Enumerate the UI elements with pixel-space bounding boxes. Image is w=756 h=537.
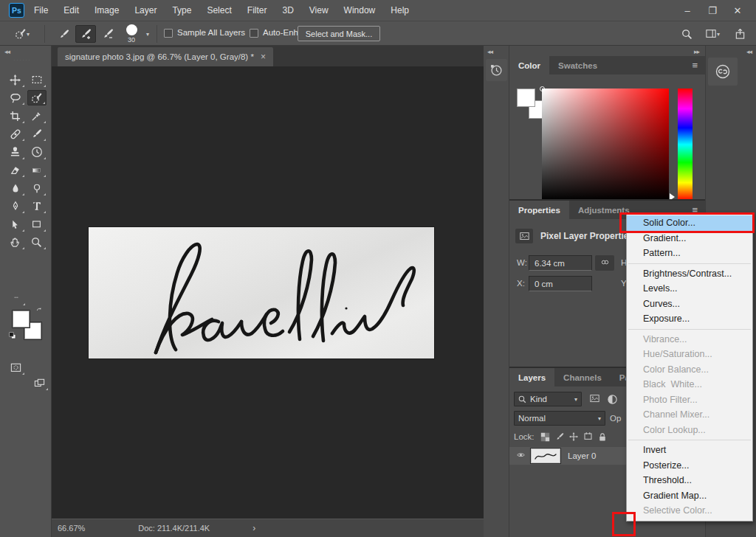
crop-tool[interactable] <box>6 108 25 124</box>
document-tab[interactable]: signature photo 3.jpg @ 66.7% (Layer 0, … <box>58 47 273 66</box>
select-and-mask-button[interactable]: Select and Mask... <box>298 26 380 41</box>
lasso-tool[interactable] <box>6 90 25 105</box>
menu-bar-item[interactable]: Select <box>207 5 231 15</box>
rectangular-marquee-tool[interactable] <box>27 72 47 88</box>
swap-colors-icon[interactable] <box>35 307 44 314</box>
tab-layers[interactable]: Layers <box>509 368 554 387</box>
minimize-button[interactable]: – <box>675 0 700 21</box>
foreground-color-swatch[interactable] <box>12 310 30 328</box>
subtract-from-selection-button[interactable] <box>97 25 118 43</box>
expand-panel-icon[interactable]: ▸▸ <box>694 48 699 55</box>
auto-enhance-checkbox[interactable] <box>250 29 258 38</box>
menu-bar-item[interactable]: Image <box>94 5 119 15</box>
collapse-panel-icon[interactable]: ◂◂ <box>487 48 492 55</box>
tab-properties[interactable]: Properties <box>509 201 569 219</box>
eraser-tool[interactable] <box>6 162 25 178</box>
clone-stamp-tool[interactable] <box>6 145 25 160</box>
creative-cloud-icon[interactable] <box>708 58 738 86</box>
panel-grip[interactable]: ······ <box>13 56 31 63</box>
lock-pixels-icon[interactable] <box>555 432 564 441</box>
rectangle-tool[interactable] <box>27 217 47 232</box>
gradient-tool[interactable] <box>27 162 47 178</box>
tab-channels[interactable]: Channels <box>554 368 611 387</box>
history-panel-icon[interactable] <box>486 59 507 81</box>
add-to-selection-button[interactable] <box>75 25 96 43</box>
eyedropper-tool[interactable] <box>27 108 47 124</box>
move-tool[interactable] <box>6 72 25 88</box>
screen-mode-button[interactable] <box>30 375 49 391</box>
filter-pixel-layers-icon[interactable] <box>589 394 600 403</box>
menu-bar-item[interactable]: 3D <box>282 5 293 15</box>
hand-tool[interactable] <box>6 235 25 250</box>
zoom-level[interactable]: 66.67% <box>58 524 85 533</box>
x-field[interactable]: 0 cm <box>529 276 592 291</box>
type-tool[interactable] <box>27 198 47 214</box>
filter-kind-dropdown[interactable]: Kind ▾ <box>514 392 582 406</box>
color-picker-marker[interactable] <box>540 86 545 91</box>
lock-transparency-icon[interactable] <box>540 432 550 442</box>
search-icon[interactable] <box>678 25 695 43</box>
tab-color[interactable]: Color <box>509 56 549 75</box>
path-selection-tool[interactable] <box>6 217 25 232</box>
canvas[interactable] <box>52 66 484 519</box>
pen-tool[interactable] <box>6 198 25 214</box>
layer-thumbnail[interactable] <box>531 448 560 463</box>
spot-healing-brush-tool[interactable] <box>6 126 25 142</box>
brush-tool[interactable] <box>27 126 47 142</box>
close-tab-icon[interactable]: × <box>261 52 266 62</box>
quick-mask-button[interactable] <box>6 360 25 375</box>
close-button[interactable]: ✕ <box>725 0 750 21</box>
menu-bar-item[interactable]: View <box>309 5 329 15</box>
menu-item[interactable]: Exposure... <box>627 311 752 327</box>
width-field[interactable]: 6.34 cm <box>529 255 592 271</box>
menu-bar-item[interactable]: Layer <box>134 5 157 15</box>
lock-all-icon[interactable] <box>598 432 607 442</box>
foreground-color-swatch[interactable] <box>517 89 535 107</box>
menu-bar-item[interactable]: Edit <box>63 5 79 15</box>
menu-item[interactable]: Invert <box>627 443 752 458</box>
menu-bar-item[interactable]: Filter <box>247 5 267 15</box>
lock-position-icon[interactable] <box>569 432 578 441</box>
tool-preset-button[interactable]: ▾ <box>7 25 37 43</box>
sample-all-layers-checkbox[interactable] <box>164 29 173 38</box>
menu-item[interactable]: Pattern... <box>627 246 752 261</box>
saturation-brightness-field[interactable] <box>542 89 669 201</box>
default-colors-icon[interactable] <box>9 332 17 340</box>
zoom-tool[interactable] <box>27 235 47 250</box>
blur-tool[interactable] <box>6 181 25 196</box>
blend-mode-dropdown[interactable]: Normal ▾ <box>514 411 605 426</box>
menu-item[interactable]: Curves... <box>627 297 752 312</box>
history-brush-tool[interactable] <box>27 145 47 160</box>
hue-slider[interactable] <box>678 89 693 201</box>
dodge-tool[interactable] <box>27 181 47 196</box>
tab-swatches[interactable]: Swatches <box>549 56 606 75</box>
filter-adjustment-layers-icon[interactable] <box>607 394 618 405</box>
layer-visibility-eye-icon[interactable] <box>515 452 526 460</box>
chevron-down-icon[interactable]: ▾ <box>146 31 149 38</box>
menu-item[interactable]: Gradient Map... <box>627 488 752 504</box>
panel-menu-icon[interactable]: ≡ <box>692 60 698 71</box>
document-size-info[interactable]: Doc: 211.4K/211.4K <box>138 524 210 533</box>
menu-bar-item[interactable]: Help <box>391 5 409 15</box>
new-selection-button[interactable] <box>53 25 74 43</box>
collapse-panel-icon[interactable]: ◂◂ <box>4 48 10 55</box>
menu-item[interactable]: Threshold... <box>627 473 752 488</box>
quick-selection-tool[interactable] <box>27 90 47 105</box>
status-chevron-icon[interactable]: › <box>252 523 255 533</box>
signature-photo[interactable] <box>89 227 434 358</box>
lock-artboard-icon[interactable] <box>583 432 593 441</box>
workspace-switcher-icon[interactable]: ▾ <box>698 25 726 43</box>
edit-toolbar-button[interactable] <box>7 291 26 306</box>
share-icon[interactable] <box>731 25 749 43</box>
menu-item[interactable]: Posterize... <box>627 458 752 474</box>
menu-bar-item[interactable]: Type <box>172 5 191 15</box>
menu-item[interactable]: Levels... <box>627 281 752 297</box>
link-dimensions-icon[interactable] <box>595 255 614 271</box>
maximize-button[interactable]: ❐ <box>700 0 725 21</box>
menu-bar-item[interactable]: File <box>34 5 48 15</box>
layer-name[interactable]: Layer 0 <box>568 451 596 460</box>
brush-size-picker[interactable]: 30 <box>120 23 142 44</box>
menu-item[interactable]: Brightness/Contrast... <box>627 266 752 282</box>
menu-bar-item[interactable]: Window <box>344 5 376 15</box>
collapse-panel-icon[interactable]: ◂◂ <box>746 48 752 55</box>
